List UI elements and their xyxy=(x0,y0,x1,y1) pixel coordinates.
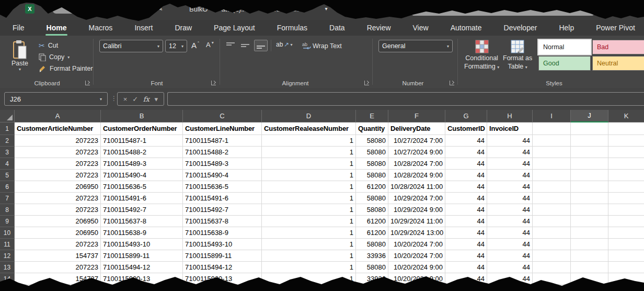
tab-draw[interactable]: Draw xyxy=(175,24,192,32)
wrap-text-button[interactable]: ab Wrap Text xyxy=(302,42,342,50)
cell-B12[interactable]: 7100115899-11 xyxy=(101,250,183,262)
format-painter-button[interactable]: Format Painter xyxy=(39,63,93,74)
cell-F12[interactable]: 10/20/2024 7:00 xyxy=(388,250,445,262)
cell-F8[interactable]: 10/29/2024 9:00 xyxy=(388,204,445,216)
cell-style-neutral[interactable]: Neutral xyxy=(592,56,644,71)
cell-C4[interactable]: 7100115489-3 xyxy=(183,158,262,170)
excel-logo-icon[interactable]: X xyxy=(25,4,34,14)
cell-G1[interactable]: CustomerID xyxy=(445,122,487,135)
cell-A8[interactable]: 207223 xyxy=(15,204,101,216)
alignment-dialog-launcher[interactable] xyxy=(364,81,369,85)
cell-G11[interactable]: 44 xyxy=(445,239,487,250)
cell-E6[interactable]: 61200 xyxy=(356,181,388,193)
cell-F10[interactable]: 10/29/2024 13:00 xyxy=(388,227,445,239)
row-header-13[interactable]: 13 xyxy=(0,262,15,273)
cell-J12[interactable] xyxy=(571,250,608,262)
cell-I10[interactable] xyxy=(533,227,571,239)
column-header-I[interactable]: I xyxy=(533,110,571,122)
cell-K13[interactable] xyxy=(608,262,644,273)
cell-C6[interactable]: 7100115636-5 xyxy=(183,181,262,193)
tab-help[interactable]: Help xyxy=(559,24,574,32)
tab-power-pivot[interactable]: Power Pivot xyxy=(596,24,635,32)
cell-I7[interactable] xyxy=(533,193,571,204)
cell-D1[interactable]: CustomerRealeaseNumber xyxy=(262,122,356,135)
cell-F6[interactable]: 10/28/2024 11:00 xyxy=(388,181,445,193)
cell-J14[interactable] xyxy=(571,273,608,285)
cell-E3[interactable]: 58080 xyxy=(356,147,388,158)
cell-D10[interactable]: 1 xyxy=(262,227,356,239)
cell-C7[interactable]: 7100115491-6 xyxy=(183,193,262,204)
cell-K1[interactable] xyxy=(608,122,644,135)
align-bottom-button[interactable] xyxy=(254,40,268,51)
cut-button[interactable]: ✂ Cut xyxy=(39,40,93,51)
cell-J5[interactable] xyxy=(571,170,608,181)
cell-D7[interactable]: 1 xyxy=(262,193,356,204)
cell-K14[interactable] xyxy=(608,273,644,285)
row-header-5[interactable]: 5 xyxy=(0,170,15,181)
row-header-6[interactable]: 6 xyxy=(0,181,15,193)
name-box[interactable]: J26 ▾ xyxy=(4,92,108,106)
cell-G14[interactable]: 44 xyxy=(445,273,487,285)
orientation-button[interactable]: ab ↗ ▾ xyxy=(276,41,292,48)
column-header-J[interactable]: J xyxy=(571,110,608,122)
formula-bar-drag-dots[interactable]: ⋮ xyxy=(111,95,117,102)
cell-A13[interactable]: 207223 xyxy=(15,262,101,273)
cell-H2[interactable]: 44 xyxy=(487,135,533,147)
cell-A11[interactable]: 207223 xyxy=(15,239,101,250)
cell-J8[interactable] xyxy=(571,204,608,216)
cell-style-good[interactable]: Good xyxy=(538,56,591,71)
cell-A2[interactable]: 207223 xyxy=(15,135,101,147)
paste-button[interactable]: Paste ▾ xyxy=(6,40,33,79)
cell-K7[interactable] xyxy=(608,193,644,204)
cell-B8[interactable]: 7100115492-7 xyxy=(101,204,183,216)
row-header-8[interactable]: 8 xyxy=(0,204,15,216)
cell-C3[interactable]: 7100115488-2 xyxy=(183,147,262,158)
column-header-F[interactable]: F xyxy=(388,110,445,122)
cell-K2[interactable] xyxy=(608,135,644,147)
row-header-7[interactable]: 7 xyxy=(0,193,15,204)
cell-D3[interactable]: 1 xyxy=(262,147,356,158)
cell-J3[interactable] xyxy=(571,147,608,158)
cell-C9[interactable]: 7100115637-8 xyxy=(183,216,262,227)
cell-G7[interactable]: 44 xyxy=(445,193,487,204)
cell-H8[interactable]: 44 xyxy=(487,204,533,216)
column-header-K[interactable]: K xyxy=(608,110,644,122)
cell-E10[interactable]: 61200 xyxy=(356,227,388,239)
row-header-11[interactable]: 11 xyxy=(0,239,15,250)
row-header-10[interactable]: 10 xyxy=(0,227,15,239)
cell-A1[interactable]: CustomerArticleNumber xyxy=(15,122,101,135)
cell-D4[interactable]: 1 xyxy=(262,158,356,170)
cell-H11[interactable]: 44 xyxy=(487,239,533,250)
cell-G12[interactable]: 44 xyxy=(445,250,487,262)
cell-D11[interactable]: 1 xyxy=(262,239,356,250)
cell-H1[interactable]: InvoiceID xyxy=(487,122,533,135)
cell-H12[interactable]: 44 xyxy=(487,250,533,262)
column-header-E[interactable]: E xyxy=(356,110,388,122)
cell-A10[interactable]: 206950 xyxy=(15,227,101,239)
cell-E9[interactable]: 61200 xyxy=(356,216,388,227)
cell-J11[interactable] xyxy=(571,239,608,250)
tab-data[interactable]: Data xyxy=(329,24,345,32)
cell-K8[interactable] xyxy=(608,204,644,216)
cell-F11[interactable]: 10/20/2024 7:00 xyxy=(388,239,445,250)
cell-E8[interactable]: 58080 xyxy=(356,204,388,216)
cell-K6[interactable] xyxy=(608,181,644,193)
column-header-B[interactable]: B xyxy=(101,110,183,122)
row-header-3[interactable]: 3 xyxy=(0,147,15,158)
column-header-D[interactable]: D xyxy=(262,110,356,122)
row-header-14[interactable]: 14 xyxy=(0,273,15,285)
cell-D8[interactable]: 1 xyxy=(262,204,356,216)
cell-K9[interactable] xyxy=(608,216,644,227)
cell-E5[interactable]: 58080 xyxy=(356,170,388,181)
cell-J10[interactable] xyxy=(571,227,608,239)
cell-G10[interactable]: 44 xyxy=(445,227,487,239)
cell-F1[interactable]: DeliveryDate xyxy=(388,122,445,135)
cell-A3[interactable]: 207223 xyxy=(15,147,101,158)
tab-macros[interactable]: Macros xyxy=(88,24,112,32)
cell-C10[interactable]: 7100115638-9 xyxy=(183,227,262,239)
cell-G13[interactable]: 44 xyxy=(445,262,487,273)
cell-H13[interactable]: 44 xyxy=(487,262,533,273)
fx-chevron-icon[interactable]: ▾ xyxy=(155,95,158,103)
font-size-combo[interactable]: 12▾ xyxy=(165,40,187,52)
cell-I8[interactable] xyxy=(533,204,571,216)
